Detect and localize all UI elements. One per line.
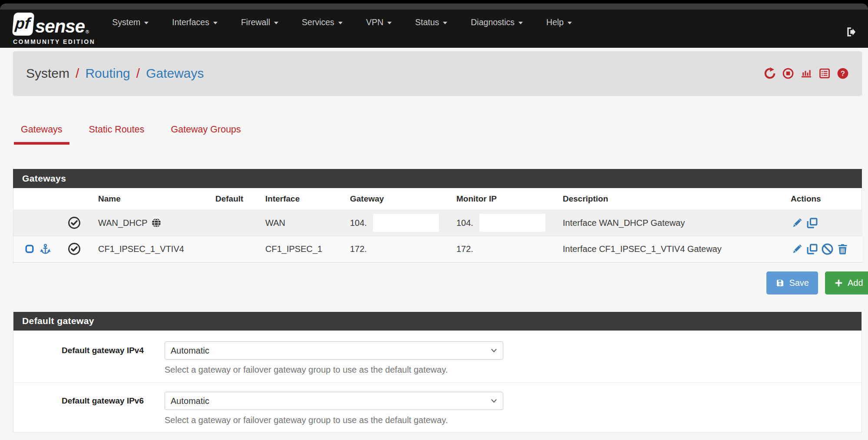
refresh-icon[interactable] — [764, 67, 776, 79]
row-status — [68, 210, 98, 236]
form-row-ipv4: Default gateway IPv4 Automatic Select a … — [13, 331, 861, 382]
nav-item-diagnostics[interactable]: Diagnostics — [459, 17, 535, 27]
gateway-ip: 104. — [350, 218, 367, 228]
row-interface: WAN — [265, 210, 350, 236]
sign-out-icon[interactable] — [845, 26, 857, 38]
gateways-panel: Gateways Name Default Interface Gateway … — [13, 169, 862, 263]
add-button[interactable]: Add — [825, 271, 868, 294]
form-row-ipv6: Default gateway IPv6 Automatic Select a … — [13, 382, 861, 433]
caret-down-icon — [568, 22, 572, 24]
top-navbar: pf sense ® COMMUNITY EDITION System Inte… — [0, 10, 868, 48]
help-icon[interactable]: ? — [837, 67, 849, 79]
nav-item-label: Status — [415, 17, 439, 27]
nav-item-label: Interfaces — [172, 17, 209, 27]
anchor-icon — [40, 243, 51, 255]
nav-item-vpn[interactable]: VPN — [354, 17, 403, 27]
check-circle-icon — [68, 216, 81, 229]
row-left-icons — [13, 210, 68, 236]
form-buttons: Save Add — [13, 271, 868, 294]
routing-tabs: Gateways Static Routes Gateway Groups — [14, 124, 261, 145]
row-gateway: 104. — [350, 210, 456, 236]
redaction-box — [479, 214, 545, 232]
window-chrome-strip — [0, 3, 868, 10]
row-left-icons — [13, 236, 68, 262]
clone-icon[interactable] — [806, 243, 818, 255]
nav-item-interfaces[interactable]: Interfaces — [160, 17, 229, 27]
tab-static-routes[interactable]: Static Routes — [82, 124, 152, 145]
default-gateway-ipv4-select[interactable]: Automatic — [165, 341, 503, 360]
nav-item-label: Diagnostics — [471, 17, 515, 27]
clone-icon[interactable] — [806, 217, 818, 229]
row-gateway: 172. — [350, 236, 456, 262]
plus-icon — [834, 278, 843, 288]
default-gateway-ipv4-label: Default gateway IPv4 — [13, 341, 144, 375]
col-description: Description — [563, 188, 791, 210]
pfsense-logo-wordmark: pf sense ® — [13, 13, 95, 36]
default-gateway-ipv6-select[interactable]: Automatic — [165, 392, 503, 410]
row-description: Interface CF1_IPSEC_1_VTIV4 Gateway — [563, 236, 791, 262]
nav-item-label: VPN — [366, 17, 383, 27]
nav-item-label: Help — [546, 17, 564, 27]
stop-icon[interactable] — [782, 67, 794, 79]
tab-gateway-groups[interactable]: Gateway Groups — [164, 124, 248, 145]
caret-down-icon — [338, 22, 343, 24]
main-menu: System Interfaces Firewall Services VPN … — [100, 17, 584, 27]
caret-down-icon — [144, 22, 149, 24]
tab-gateways[interactable]: Gateways — [14, 124, 69, 145]
nav-item-label: System — [112, 17, 140, 27]
gateway-row-cf1-ipsec: CF1_IPSEC_1_VTIV4 CF1_IPSEC_1 172. 172. … — [13, 236, 862, 262]
row-monitor-ip: 172. — [456, 236, 563, 262]
nav-item-system[interactable]: System — [100, 17, 160, 27]
square-icon — [24, 244, 35, 254]
default-gateway-panel: Default gateway Default gateway IPv4 Aut… — [13, 312, 862, 433]
breadcrumb-actions: ? — [764, 67, 849, 79]
save-button-label: Save — [789, 278, 809, 288]
row-name: CF1_IPSEC_1_VTIV4 — [98, 236, 215, 262]
pfsense-logo-sense: sense — [35, 17, 85, 36]
pencil-icon[interactable] — [791, 243, 803, 255]
breadcrumb-gateways-link[interactable]: Gateways — [146, 66, 204, 81]
breadcrumb-separator: / — [136, 66, 140, 81]
pencil-icon[interactable] — [791, 217, 803, 229]
tab-label: Static Routes — [89, 124, 145, 135]
col-status — [68, 188, 98, 210]
svg-text:?: ? — [841, 69, 845, 78]
table-header-row: Name Default Interface Gateway Monitor I… — [13, 188, 862, 210]
trash-icon[interactable] — [836, 243, 849, 255]
globe-icon — [151, 218, 162, 228]
gateways-table: Name Default Interface Gateway Monitor I… — [13, 188, 862, 262]
default-gateway-panel-title: Default gateway — [13, 312, 862, 331]
ban-icon[interactable] — [821, 243, 834, 255]
row-default — [215, 236, 265, 262]
default-gateway-ipv6-help: Select a gateway or failover gateway gro… — [165, 415, 503, 425]
monitor-ip: 104. — [456, 218, 473, 228]
pfsense-logo[interactable]: pf sense ® COMMUNITY EDITION — [13, 13, 95, 45]
row-monitor-ip: 104. — [456, 210, 563, 236]
default-gateway-ipv6-label: Default gateway IPv6 — [13, 392, 144, 425]
breadcrumb: System / Routing / Gateways — [26, 66, 204, 81]
pfsense-gateways-page: pf sense ® COMMUNITY EDITION System Inte… — [0, 0, 868, 440]
nav-item-help[interactable]: Help — [535, 17, 584, 27]
tab-label: Gateways — [21, 124, 63, 135]
caret-down-icon — [387, 22, 392, 24]
col-monitor-ip: Monitor IP — [456, 188, 563, 210]
col-interface: Interface — [265, 188, 350, 210]
log-icon[interactable] — [818, 67, 831, 79]
col-default: Default — [215, 188, 265, 210]
breadcrumb-routing-link[interactable]: Routing — [85, 66, 130, 81]
gateway-name: WAN_DHCP — [98, 218, 148, 228]
nav-item-firewall[interactable]: Firewall — [229, 17, 290, 27]
nav-item-services[interactable]: Services — [290, 17, 354, 27]
nav-item-label: Services — [302, 17, 334, 27]
caret-down-icon — [443, 22, 447, 24]
save-button[interactable]: Save — [766, 271, 818, 294]
breadcrumb-bar: System / Routing / Gateways ? — [13, 51, 862, 96]
row-interface: CF1_IPSEC_1 — [265, 236, 350, 262]
chart-icon[interactable] — [800, 67, 812, 79]
nav-item-status[interactable]: Status — [403, 17, 459, 27]
row-name: WAN_DHCP — [98, 210, 215, 236]
check-circle-icon — [68, 242, 81, 255]
add-button-label: Add — [848, 278, 863, 288]
row-actions — [791, 210, 862, 236]
gateway-row-wan-dhcp: WAN_DHCP WAN 104. 104. Interfa — [13, 210, 862, 236]
